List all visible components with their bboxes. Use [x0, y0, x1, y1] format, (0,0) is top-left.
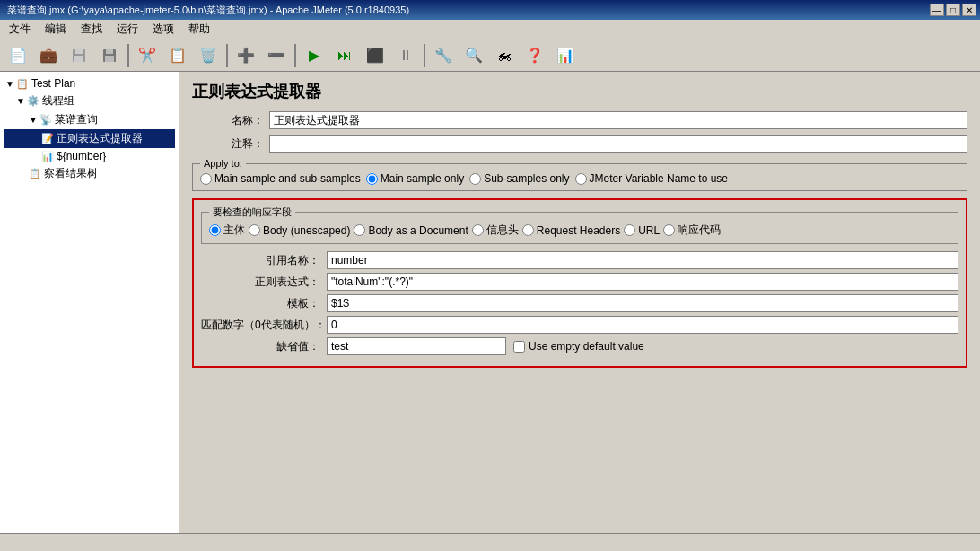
- use-empty-default-text: Use empty default value: [529, 340, 644, 353]
- apply-to-fieldset: Apply to: Main sample and sub-samples Ma…: [192, 158, 967, 191]
- toolbar-open[interactable]: 💼: [34, 42, 63, 69]
- regex-input[interactable]: [327, 273, 958, 291]
- sampler-icon: 📡: [39, 114, 52, 126]
- toolbar-shutdown[interactable]: ⏸: [391, 42, 420, 69]
- default-row: 缺省值： Use empty default value: [201, 337, 958, 355]
- tree-item-number-var[interactable]: 📊 ${number}: [4, 148, 175, 164]
- template-input[interactable]: [327, 294, 958, 312]
- resp-info-header-option[interactable]: 信息头: [472, 223, 519, 238]
- ref-name-label: 引用名称：: [201, 253, 327, 268]
- apply-sub-only-label: Sub-samples only: [484, 172, 569, 185]
- match-num-input[interactable]: [327, 316, 958, 334]
- toolbar-start-no-pause[interactable]: ⏭: [330, 42, 359, 69]
- menu-run[interactable]: 运行: [111, 20, 144, 39]
- default-input[interactable]: [327, 337, 506, 355]
- menu-file[interactable]: 文件: [4, 20, 36, 39]
- toolbar-clear-all[interactable]: 🔍: [459, 42, 488, 69]
- comment-row: 注释：: [192, 135, 967, 153]
- minimize-button[interactable]: —: [930, 4, 944, 16]
- apply-main-sub-radio[interactable]: [200, 173, 212, 185]
- apply-jmeter-var-option[interactable]: JMeter Variable Name to use: [575, 172, 729, 185]
- apply-main-only-option[interactable]: Main sample only: [366, 172, 464, 185]
- toolbar-remove[interactable]: ➖: [262, 42, 291, 69]
- apply-main-sub-option[interactable]: Main sample and sub-samples: [200, 172, 361, 185]
- comment-input[interactable]: [269, 135, 967, 153]
- toolbar-help[interactable]: ❓: [521, 42, 549, 69]
- menu-edit[interactable]: 编辑: [39, 20, 72, 39]
- svg-rect-5: [105, 56, 114, 62]
- toolbar-cut[interactable]: ✂️: [133, 42, 162, 69]
- menu-find[interactable]: 查找: [75, 20, 108, 39]
- default-label: 缺省值：: [201, 339, 327, 354]
- apply-sub-only-option[interactable]: Sub-samples only: [469, 172, 569, 185]
- resp-url-radio[interactable]: [624, 224, 635, 236]
- toolbar-copy[interactable]: 📋: [163, 42, 192, 69]
- use-empty-default-checkbox[interactable]: [513, 341, 525, 353]
- toolbar-start[interactable]: ▶: [300, 42, 328, 69]
- resp-body-doc-option[interactable]: Body as a Document: [354, 224, 468, 237]
- resp-url-option[interactable]: URL: [624, 224, 660, 237]
- panel-title: 正则表达式提取器: [192, 81, 967, 102]
- apply-jmeter-var-radio[interactable]: [575, 173, 587, 185]
- right-panel: 正则表达式提取器 名称： 注释： Apply to: Main sample a…: [179, 72, 980, 533]
- toolbar-template[interactable]: 📊: [551, 42, 580, 69]
- tree-item-regex-extractor[interactable]: 📝 正则表达式提取器: [4, 129, 175, 148]
- toolbar-clear[interactable]: 🔧: [429, 42, 458, 69]
- template-label: 模板：: [201, 296, 327, 311]
- status-bar: [0, 533, 980, 551]
- threadgroup-label: 线程组: [42, 93, 74, 109]
- menu-options[interactable]: 选项: [147, 20, 179, 39]
- toolbar-stop[interactable]: ⬛: [361, 42, 389, 69]
- toolbar-new[interactable]: 📄: [4, 42, 32, 69]
- resp-body-doc-radio[interactable]: [354, 224, 365, 236]
- resp-code-radio[interactable]: [663, 224, 675, 236]
- threadgroup-icon: ⚙️: [27, 95, 39, 107]
- resp-body-radio[interactable]: [209, 224, 221, 236]
- left-panel: ▼ 📋 Test Plan ▼ ⚙️ 线程组 ▼ 📡 菜谱查询 📝 正则表达式提…: [0, 72, 179, 533]
- regex-row: 正则表达式：: [201, 273, 958, 291]
- toolbar-sep1: [127, 44, 129, 67]
- toolbar-add[interactable]: ➕: [232, 42, 260, 69]
- name-input[interactable]: [269, 111, 967, 129]
- resp-body-unescaped-option[interactable]: Body (unescaped): [249, 224, 350, 237]
- expand-icon: ▼: [5, 79, 14, 89]
- use-empty-default-label[interactable]: Use empty default value: [513, 340, 644, 353]
- ref-name-input[interactable]: [327, 251, 958, 269]
- toolbar-paste[interactable]: 🗑️: [194, 42, 223, 69]
- apply-to-radio-group: Main sample and sub-samples Main sample …: [200, 172, 959, 185]
- match-num-label: 匹配数字（0代表随机）：: [201, 318, 327, 333]
- resp-body-unescaped-label: Body (unescaped): [263, 224, 350, 237]
- close-button[interactable]: ✕: [962, 4, 976, 16]
- resp-req-headers-label: Request Headers: [537, 224, 620, 237]
- toolbar-sep4: [424, 44, 425, 67]
- resp-info-header-radio[interactable]: [472, 224, 484, 236]
- resp-code-option[interactable]: 响应代码: [663, 223, 721, 238]
- regex-extractor-label: 正则表达式提取器: [57, 131, 143, 146]
- apply-to-legend: Apply to:: [200, 158, 246, 169]
- testplan-icon: 📋: [16, 78, 29, 90]
- apply-sub-only-radio[interactable]: [469, 173, 481, 185]
- extractor-icon: 📝: [41, 133, 54, 144]
- resp-body-option[interactable]: 主体: [209, 223, 245, 238]
- tree-item-threadgroup[interactable]: ▼ ⚙️ 线程组: [4, 92, 175, 110]
- toolbar-save[interactable]: [65, 42, 93, 69]
- result-icon: 📋: [29, 168, 41, 179]
- toolbar-search[interactable]: 🏍: [490, 42, 519, 69]
- tree-item-result-tree[interactable]: 📋 察看结果树: [4, 164, 175, 183]
- resp-req-headers-option[interactable]: Request Headers: [522, 224, 620, 237]
- response-field-fieldset: 要检查的响应字段 主体 Body (unescaped) Body as a D…: [201, 206, 958, 244]
- resp-info-header-label: 信息头: [486, 223, 519, 238]
- tree-item-caipuquery[interactable]: ▼ 📡 菜谱查询: [4, 110, 175, 129]
- expand-icon: ▼: [29, 115, 38, 125]
- apply-main-only-radio[interactable]: [366, 173, 378, 185]
- resp-req-headers-radio[interactable]: [522, 224, 534, 236]
- ref-name-row: 引用名称：: [201, 251, 958, 269]
- resp-body-unescaped-radio[interactable]: [249, 224, 260, 236]
- toolbar-saveas[interactable]: [95, 42, 124, 69]
- name-row: 名称：: [192, 111, 967, 129]
- toolbar-sep3: [294, 44, 296, 67]
- response-field-legend: 要检查的响应字段: [209, 206, 295, 219]
- menu-help[interactable]: 帮助: [183, 20, 215, 39]
- maximize-button[interactable]: □: [946, 4, 960, 16]
- tree-item-testplan[interactable]: ▼ 📋 Test Plan: [4, 75, 175, 92]
